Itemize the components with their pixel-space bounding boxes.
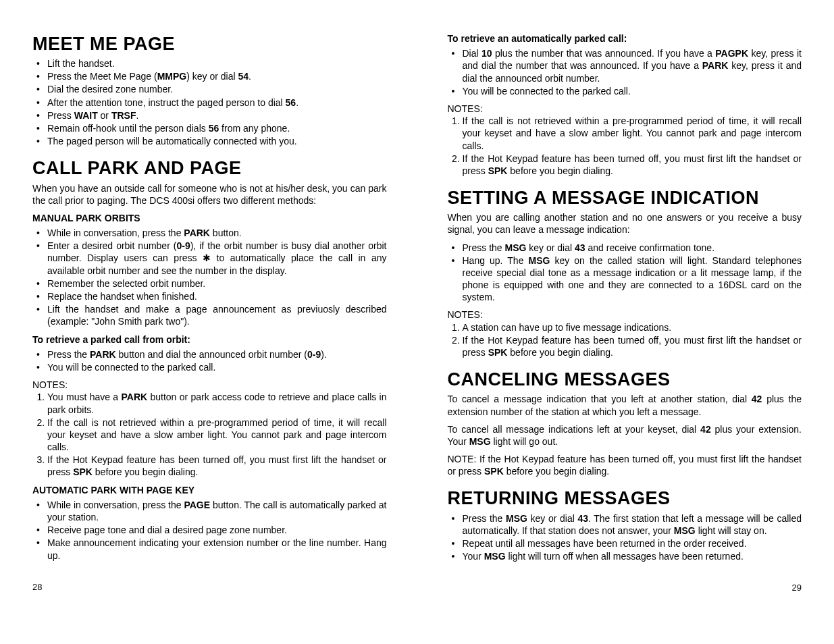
list-item: If the call is not retrieved within a pr… (47, 417, 387, 454)
page-columns: MEET ME PAGE Lift the handset.Press the … (32, 32, 802, 594)
subhead-retrieve-orbit: To retrieve a parked call from orbit: (32, 333, 387, 346)
manual-park-list: While in conversation, press the PARK bu… (32, 227, 387, 328)
list-item: While in conversation, press the PAGE bu… (32, 499, 387, 523)
list-item: Press the MSG key or dial 43. The first … (448, 512, 802, 537)
subhead-auto-park: AUTOMATIC PARK WITH PAGE KEY (32, 484, 387, 496)
heading-meet-me-page: MEET ME PAGE (32, 32, 387, 56)
list-item: You will be connected to the parked call… (448, 85, 802, 97)
list-item: If the Hot Keypad feature has been turne… (463, 334, 802, 358)
list-item: A station can have up to five message in… (463, 321, 802, 333)
heading-returning: RETURNING MESSAGES (448, 487, 802, 510)
list-item: Make announcement indicating your extens… (32, 537, 387, 561)
list-item: Enter a desired orbit number (0-9), if t… (32, 240, 387, 277)
list-item: If the Hot Keypad feature has been turne… (47, 454, 387, 478)
list-item: Remain off-hook until the person dials 5… (32, 122, 387, 134)
notes-label-auto: NOTES: (448, 103, 802, 115)
list-item: Lift the handset. (32, 57, 387, 70)
auto-park-list: While in conversation, press the PAGE bu… (32, 499, 387, 562)
page-number-left: 28 (32, 582, 387, 593)
list-item: After the attention tone, instruct the p… (32, 97, 387, 109)
notes-list-auto: If the call is not retrieved within a pr… (448, 115, 802, 177)
notes-label-msg: NOTES: (448, 308, 802, 321)
list-item: You must have a PARK button or park acce… (47, 391, 387, 415)
meet-me-page-list: Lift the handset.Press the Meet Me Page … (32, 57, 387, 147)
notes-label-left: NOTES: (32, 379, 387, 391)
list-item: Dial the desired zone number. (32, 83, 387, 95)
setting-msg-list: Press the MSG key or dial 43 and receive… (448, 242, 802, 304)
notes-list-msg: A station can have up to five message in… (448, 321, 802, 359)
list-item: Press the MSG key or dial 43 and receive… (448, 242, 802, 254)
list-item: Receive page tone and dial a desired pag… (32, 524, 387, 536)
canceling-p2: To cancel all message indications left a… (448, 423, 802, 448)
list-item: If the call is not retrieved within a pr… (463, 115, 802, 152)
list-item: The paged person will be automatically c… (32, 135, 387, 147)
heading-call-park-and-page: CALL PARK AND PAGE (32, 157, 387, 180)
canceling-p3: NOTE: If the Hot Keypad feature has been… (448, 453, 802, 477)
list-item: Press the Meet Me Page (MMPG) key or dia… (32, 70, 387, 82)
list-item: If the Hot Keypad feature has been turne… (463, 153, 802, 177)
notes-list-left: You must have a PARK button or park acce… (32, 391, 387, 478)
heading-setting-message: SETTING A MESSAGE INDICATION (448, 186, 802, 210)
list-item: Your MSG light will turn off when all me… (448, 550, 802, 562)
retrieve-auto-list: Dial 10 plus the number that was announc… (448, 47, 802, 97)
list-item: Hang up. The MSG key on the called stati… (448, 254, 802, 304)
list-item: Remember the selected orbit number. (32, 277, 387, 290)
left-column: MEET ME PAGE Lift the handset.Press the … (32, 32, 387, 594)
list-item: Replace the handset when finished. (32, 290, 387, 302)
heading-canceling: CANCELING MESSAGES (448, 368, 802, 392)
page-number-right: 29 (448, 583, 802, 594)
canceling-p1: To cancel a message indication that you … (448, 393, 802, 417)
retrieve-orbit-list: Press the PARK button and dial the annou… (32, 348, 387, 373)
subhead-manual-park: MANUAL PARK ORBITS (32, 212, 387, 224)
list-item: Lift the handset and make a page announc… (32, 303, 387, 327)
list-item: Repeat until all messages have been retu… (448, 537, 802, 549)
list-item: You will be connected to the parked call… (32, 361, 387, 373)
list-item: Press the PARK button and dial the annou… (32, 348, 387, 360)
right-column: To retrieve an automatically parked call… (448, 32, 802, 594)
list-item: Dial 10 plus the number that was announc… (448, 47, 802, 84)
list-item: While in conversation, press the PARK bu… (32, 227, 387, 239)
returning-list: Press the MSG key or dial 43. The first … (448, 512, 802, 563)
subhead-retrieve-auto: To retrieve an automatically parked call… (448, 32, 802, 45)
call-park-intro: When you have an outside call for someon… (32, 182, 387, 207)
setting-msg-intro: When you are calling another station and… (448, 211, 802, 236)
list-item: Press WAIT or TRSF. (32, 109, 387, 122)
